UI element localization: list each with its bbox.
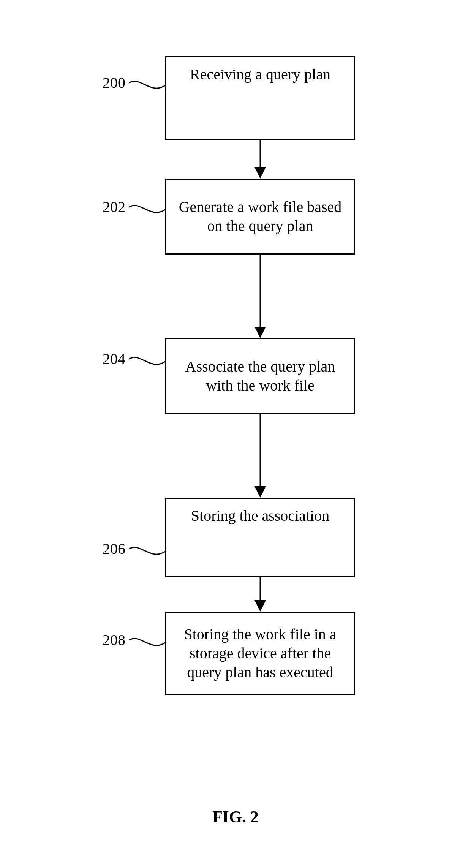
ref-connector-204 — [129, 357, 165, 364]
step-text: Generate a work file based on the query … — [178, 198, 343, 236]
step-text: Storing the work file in a storage devic… — [178, 625, 343, 682]
step-ref-208: 208 — [95, 632, 125, 648]
flowchart-canvas: Receiving a query plan Generate a work f… — [0, 0, 471, 868]
step-ref-206: 206 — [95, 541, 125, 557]
step-box-200: Receiving a query plan — [165, 56, 355, 140]
step-text: Receiving a query plan — [178, 65, 343, 84]
step-box-208: Storing the work file in a storage devic… — [165, 612, 355, 695]
step-ref-200: 200 — [95, 75, 125, 90]
step-text: Associate the query plan with the work f… — [178, 357, 343, 395]
ref-connector-202 — [129, 206, 165, 212]
step-text: Storing the association — [178, 506, 343, 525]
step-ref-204: 204 — [95, 351, 125, 367]
ref-connector-208 — [129, 639, 165, 645]
step-box-206: Storing the association — [165, 498, 355, 577]
step-ref-202: 202 — [95, 199, 125, 215]
figure-label: FIG. 2 — [0, 807, 471, 827]
ref-connector-200 — [129, 81, 165, 88]
ref-connector-206 — [129, 547, 165, 554]
step-box-204: Associate the query plan with the work f… — [165, 338, 355, 414]
step-box-202: Generate a work file based on the query … — [165, 179, 355, 255]
